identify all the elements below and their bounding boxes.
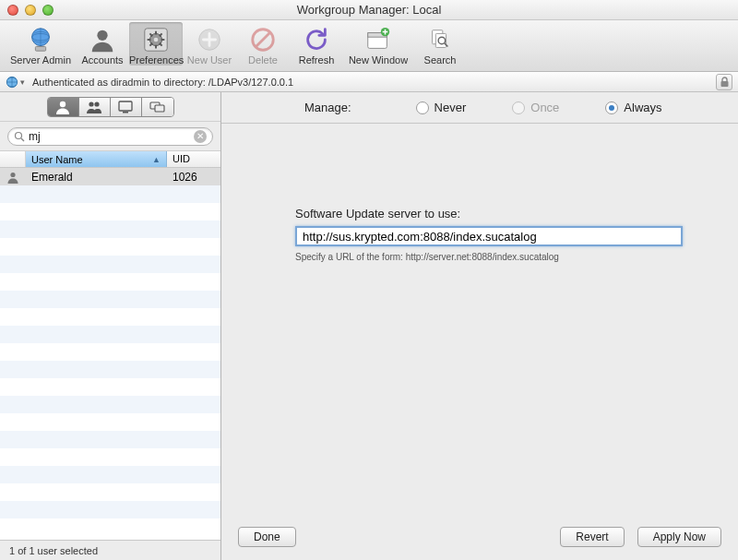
svg-point-34 — [16, 132, 22, 138]
bottom-buttons: Done Revert Apply Now — [221, 527, 738, 547]
auth-text: Authenticated as diradmin to directory: … — [32, 77, 293, 88]
manage-label: Manage: — [304, 101, 351, 114]
apply-now-button[interactable]: Apply Now — [637, 527, 721, 547]
computer-group-icon — [149, 100, 166, 114]
svg-point-3 — [97, 30, 107, 41]
toolbar: Server Admin Accounts Preferences New Us… — [0, 20, 738, 72]
table-row[interactable]: Emerald 1026 — [0, 168, 220, 185]
group-silhouette-icon — [86, 100, 102, 114]
manage-once-radio: Once — [512, 101, 559, 114]
manage-never-radio[interactable]: Never — [416, 101, 467, 114]
svg-point-14 — [154, 38, 159, 42]
list-header: User Name ▲ UID — [0, 151, 220, 168]
record-type-tabs — [0, 92, 220, 122]
minimize-window-button[interactable] — [25, 5, 36, 16]
accounts-button[interactable]: Accounts — [76, 22, 129, 66]
radio-icon — [512, 101, 525, 114]
gear-icon — [129, 25, 183, 54]
su-server-hint: Specify a URL of the form: http://server… — [295, 252, 701, 262]
svg-line-35 — [21, 138, 24, 141]
svg-line-17 — [256, 33, 270, 47]
auth-bar: ▾ Authenticated as diradmin to directory… — [0, 72, 738, 92]
new-window-icon — [343, 25, 413, 54]
window-title: Workgroup Manager: Local — [297, 3, 442, 17]
svg-point-27 — [60, 101, 65, 106]
content-pane: Manage: Never Once Always Software Updat… — [221, 92, 738, 560]
su-server-url-input[interactable] — [295, 226, 683, 246]
software-update-form: Software Update server to use: Specify a… — [221, 124, 738, 262]
svg-point-36 — [10, 172, 15, 176]
computer-groups-tab[interactable] — [142, 98, 173, 116]
server-admin-button[interactable]: Server Admin — [6, 22, 76, 66]
users-tab[interactable] — [48, 98, 79, 116]
main-area: mj ✕ User Name ▲ UID Emerald 1026 — [0, 92, 738, 560]
new-user-label: New User — [187, 54, 232, 66]
svg-rect-2 — [35, 47, 45, 52]
radio-icon — [416, 101, 429, 114]
computers-tab[interactable] — [111, 98, 142, 116]
sort-indicator-icon: ▲ — [152, 155, 161, 164]
svg-rect-30 — [119, 101, 132, 111]
new-window-button[interactable]: New Window — [343, 22, 413, 66]
search-documents-icon — [413, 25, 467, 54]
person-icon — [76, 25, 129, 54]
groups-tab[interactable] — [79, 98, 111, 116]
column-username[interactable]: User Name ▲ — [26, 151, 167, 167]
window-controls — [7, 5, 54, 16]
row-uid: 1026 — [167, 171, 220, 184]
accounts-label: Accounts — [81, 54, 123, 66]
search-value: mj — [29, 130, 41, 143]
sidebar-status: 1 of 1 user selected — [0, 540, 220, 560]
revert-button[interactable]: Revert — [560, 527, 624, 547]
directory-dropdown-arrow[interactable]: ▾ — [20, 77, 25, 87]
search-label: Search — [424, 54, 457, 66]
manage-row: Manage: Never Once Always — [221, 92, 738, 124]
svg-rect-33 — [155, 105, 164, 112]
plus-circle-icon — [183, 25, 236, 54]
user-silhouette-icon — [54, 100, 71, 114]
new-window-label: New Window — [349, 54, 408, 66]
no-entry-icon — [236, 25, 290, 54]
svg-rect-26 — [720, 81, 728, 87]
search-input[interactable]: mj ✕ — [7, 127, 213, 146]
computer-icon — [117, 100, 134, 114]
svg-point-28 — [89, 101, 93, 106]
refresh-icon — [290, 25, 343, 54]
directory-globe-icon[interactable] — [6, 76, 18, 89]
new-user-button: New User — [183, 22, 236, 66]
title-bar: Workgroup Manager: Local — [0, 0, 738, 20]
close-window-button[interactable] — [7, 5, 18, 16]
server-admin-label: Server Admin — [10, 54, 71, 66]
sidebar: mj ✕ User Name ▲ UID Emerald 1026 — [0, 92, 221, 560]
magnifier-icon — [14, 131, 25, 142]
radio-icon — [605, 101, 618, 114]
refresh-button[interactable]: Refresh — [290, 22, 343, 66]
search-button[interactable]: Search — [413, 22, 467, 66]
clear-search-button[interactable]: ✕ — [194, 130, 207, 143]
delete-button: Delete — [236, 22, 290, 66]
search-row: mj ✕ — [0, 122, 220, 151]
svg-point-29 — [94, 101, 99, 106]
user-row-icon — [6, 171, 19, 184]
preferences-button[interactable]: Preferences — [129, 22, 183, 66]
svg-rect-31 — [123, 112, 128, 113]
row-name: Emerald — [26, 171, 167, 184]
delete-label: Delete — [248, 54, 278, 66]
lock-icon — [720, 77, 730, 88]
manage-always-radio[interactable]: Always — [605, 101, 661, 114]
lock-button[interactable] — [716, 74, 732, 90]
svg-rect-22 — [435, 33, 446, 47]
preferences-label: Preferences — [129, 54, 184, 66]
done-button[interactable]: Done — [238, 527, 296, 547]
su-server-label: Software Update server to use: — [295, 207, 701, 220]
column-uid[interactable]: UID — [167, 151, 220, 167]
globe-server-icon — [6, 25, 76, 54]
user-list: Emerald 1026 — [0, 168, 220, 540]
zoom-window-button[interactable] — [42, 5, 54, 16]
refresh-label: Refresh — [299, 54, 335, 66]
